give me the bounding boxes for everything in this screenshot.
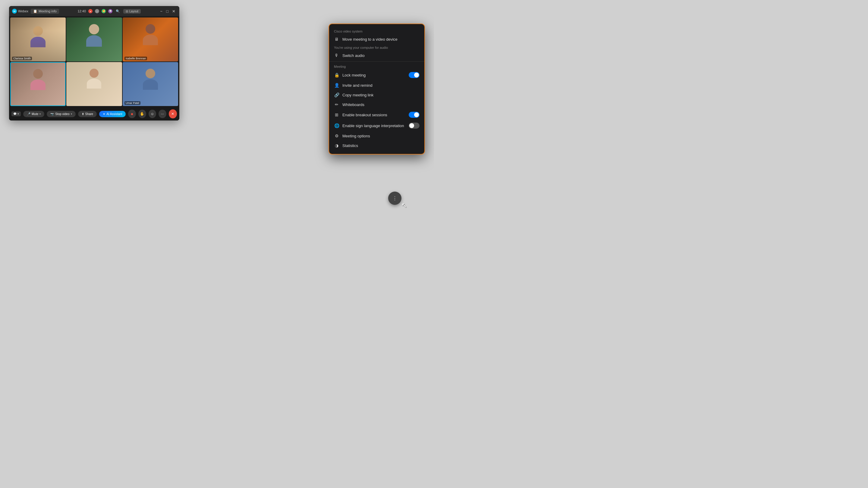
globe-icon: 🌐 [334, 123, 339, 128]
switch-audio-left: 🎙 Switch audio [334, 53, 365, 58]
end-call-button[interactable]: ✕ [169, 109, 177, 119]
video-cell-5 [66, 62, 122, 106]
minimize-button[interactable]: − [159, 9, 164, 13]
video-cell-4 [10, 62, 66, 106]
statistics-label: Statistics [342, 143, 358, 148]
webex-logo-icon: W [12, 9, 17, 13]
video-cell-3: Isabelle Brennan [123, 18, 178, 61]
share-label: Share [85, 112, 93, 116]
ai-label: AI Assistant [106, 112, 122, 116]
meeting-options-left: ⚙ Meeting options [334, 133, 370, 138]
settings-icon: ⚙ [334, 133, 339, 138]
participant-bg-2 [66, 18, 122, 61]
meeting-section-label: Meeting [329, 63, 424, 70]
copy-link-label: Copy meeting link [342, 93, 373, 97]
invite-remind-label: Invite and remind [342, 83, 373, 88]
more-icon: ··· [161, 112, 164, 116]
meeting-info-label: Meeting info [38, 9, 57, 13]
title-bar: W Webex 📋 Meeting info 12:40 ● ♪ 📶 💬 🔍 ⊟… [9, 6, 179, 16]
breakout-sessions-item[interactable]: ⊞ Enable breakout sessions [329, 109, 424, 120]
end-call-icon: ✕ [171, 112, 174, 116]
record-indicator: ● [88, 9, 93, 13]
statistics-left: ◑ Statistics [334, 143, 358, 148]
whiteboards-item[interactable]: ✏ Whiteboards [329, 100, 424, 109]
switch-audio-item[interactable]: 🎙 Switch audio [329, 51, 424, 60]
stop-video-button[interactable]: 📷 Stop video ▾ [47, 111, 75, 117]
meeting-info-icon: 📋 [33, 9, 37, 13]
sign-language-item[interactable]: 🌐 Enable sign language interpretation [329, 120, 424, 131]
move-meeting-item[interactable]: 🖥 Move meeting to a video device [329, 34, 424, 44]
title-bar-center: 12:40 ● ♪ 📶 💬 🔍 ⊟ Layout [78, 8, 141, 14]
more-button[interactable]: ··· [158, 110, 166, 118]
sign-language-toggle[interactable] [409, 123, 420, 129]
sign-language-left: 🌐 Enable sign language interpretation [334, 123, 404, 128]
reactions-button[interactable]: ☺ [149, 110, 156, 118]
ai-icon: ✦ [103, 112, 105, 116]
app-window: W Webex 📋 Meeting info 12:40 ● ♪ 📶 💬 🔍 ⊟… [9, 6, 179, 121]
caption-caret: ▾ [18, 112, 19, 116]
sign-language-label: Enable sign language interpretation [342, 124, 404, 128]
audio-section-label: You're using your computer for audio [329, 44, 424, 51]
stats-icon: ◑ [334, 143, 339, 148]
caption-icon: 💬 [13, 112, 17, 116]
invite-remind-left: 👤 Invite and remind [334, 83, 373, 88]
caption-toggle[interactable]: 💬 ▾ [11, 111, 21, 116]
mute-button[interactable]: 🎤 Mute ▾ [23, 111, 44, 117]
copy-link-left: 🔗 Copy meeting link [334, 93, 373, 97]
participant-name-1: Clarissa Smith [12, 57, 32, 60]
participant-bg-3 [123, 18, 178, 61]
meeting-info-tab[interactable]: 📋 Meeting info [31, 9, 59, 14]
participant-bg-4 [11, 63, 65, 105]
layout-icon: ⊟ [126, 10, 128, 13]
stop-video-label: Stop video [55, 112, 69, 116]
copy-link-item[interactable]: 🔗 Copy meeting link [329, 90, 424, 100]
whiteboard-icon: ✏ [334, 102, 339, 107]
video-cell-6: Umar Patel [123, 62, 178, 106]
invite-remind-item[interactable]: 👤 Invite and remind [329, 80, 424, 90]
video-cell-1: Clarissa Smith [10, 18, 66, 61]
person-plus-icon: 👤 [334, 83, 339, 88]
three-dot-button[interactable]: ⋮ [388, 192, 401, 205]
meeting-options-label: Meeting options [342, 134, 370, 138]
participant-bg-6 [123, 62, 178, 106]
audio-indicator: ♪ [95, 9, 99, 13]
mic-icon: 🎤 [27, 112, 30, 116]
share-icon: ⬆ [82, 112, 84, 116]
hand-raise-button[interactable]: ✋ [138, 110, 146, 118]
emoji-icon: ☺ [150, 112, 154, 116]
dropdown-menu: Cisco video system 🖥 Move meeting to a v… [329, 24, 425, 155]
chat-indicator: 💬 [108, 9, 113, 13]
video-caret: ▾ [71, 113, 72, 116]
three-dot-icon: ⋮ [393, 195, 397, 201]
breakout-sessions-left: ⊞ Enable breakout sessions [334, 112, 387, 117]
ai-assistant-button[interactable]: ✦ AI Assistant [99, 111, 126, 117]
video-grid: Clarissa Smith Isabelle Brennan [9, 16, 179, 107]
lock-meeting-toggle[interactable] [409, 72, 420, 78]
close-button[interactable]: ✕ [171, 9, 176, 13]
record-button[interactable]: ⏺ [128, 110, 136, 118]
title-bar-left: W Webex 📋 Meeting info [12, 9, 59, 14]
title-bar-controls: − □ ✕ [159, 9, 176, 13]
share-button[interactable]: ⬆ Share [78, 111, 97, 117]
whiteboards-left: ✏ Whiteboards [334, 102, 364, 107]
whiteboards-label: Whiteboards [342, 102, 364, 107]
hand-icon: ✋ [140, 112, 144, 116]
mute-label: Mute [32, 112, 38, 116]
signal-indicator: 📶 [101, 9, 106, 13]
layout-button[interactable]: ⊟ Layout [123, 9, 141, 13]
lock-meeting-item[interactable]: 🔒 Lock meeting [329, 70, 424, 80]
breakout-sessions-toggle[interactable] [409, 112, 420, 118]
meeting-time: 12:40 [78, 9, 86, 13]
maximize-button[interactable]: □ [165, 9, 169, 13]
meeting-options-item[interactable]: ⚙ Meeting options [329, 131, 424, 141]
record-icon: ⏺ [130, 112, 133, 116]
sign-language-toggle-knob [409, 123, 414, 128]
lock-meeting-label: Lock meeting [342, 73, 366, 77]
participant-bg-1 [10, 18, 66, 61]
statistics-item[interactable]: ◑ Statistics [329, 141, 424, 150]
lock-meeting-left: 🔒 Lock meeting [334, 73, 366, 77]
search-button[interactable]: 🔍 [115, 8, 121, 14]
grid-icon: ⊞ [334, 112, 339, 117]
webex-logo: W Webex [12, 9, 28, 13]
participant-name-6: Umar Patel [124, 101, 141, 105]
